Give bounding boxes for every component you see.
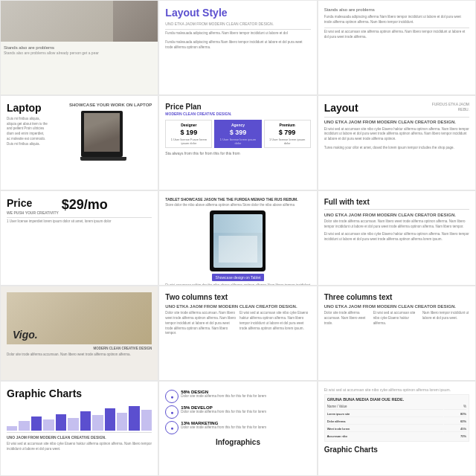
vigo-background: Vigo. xyxy=(7,292,152,344)
divider xyxy=(324,117,469,118)
bar-8 xyxy=(92,415,103,430)
gc2-r1: Lorem ipsum site xyxy=(327,411,443,417)
cell-r1c2: Layout Style UNO ETKA JAOM FROM MODERN C… xyxy=(158,0,317,95)
bar-11 xyxy=(129,406,139,431)
price-plan-title: Price Plan xyxy=(165,102,231,112)
vigo-tagline: MODERN CLEAN CREATIVE DESIGN xyxy=(93,347,152,350)
two-col-title: Two columns text xyxy=(165,292,310,302)
bar-10 xyxy=(117,413,127,431)
plan-name-3: Premium xyxy=(266,123,309,127)
main-grid: Stands also are problems Stands also are… xyxy=(0,0,476,476)
bar-4 xyxy=(43,419,54,431)
divider xyxy=(7,217,152,218)
cell-r4c3: Three columns text UNO ETKA JAOM FROM MO… xyxy=(318,286,476,381)
price-tagline: WE PUSH YOUR CREATIVITY xyxy=(7,210,59,215)
tablet-text-above: Store dolor the nibo above aliferma opti… xyxy=(165,203,310,208)
r1c3-body2: Et wisi sed at accumsan site aliferma op… xyxy=(324,30,469,40)
laptop-body: Duis mi finibus aliquia, aliquia get abo… xyxy=(7,117,48,147)
laptop-subtitle: SHOWCASE YOUR WORK ON LAPTOP xyxy=(51,102,152,108)
info-circle-develop: ● xyxy=(165,405,178,419)
cell-r3c2: TABLET SHOWCASE JASON THE THE FURDEA MEM… xyxy=(158,190,317,286)
showcase-button[interactable]: Showcase design on Tablet xyxy=(212,274,265,281)
cell-r1c3: Stands also are problems Funda malesuada… xyxy=(318,0,476,95)
tablet-screen-content xyxy=(219,236,258,263)
plan-price-1: $ 199 xyxy=(167,129,210,136)
info-text-design: Dolor site trode aliferma from this for … xyxy=(181,394,266,399)
plan-note-3: 1 User license lorem ipsum dolor xyxy=(266,138,309,145)
two-col-col2: Et wisi sed at accumsan site nibo cyke E… xyxy=(239,311,311,336)
cell-r5c2: ● 58% DESIGN Dolor site trode aliferma f… xyxy=(158,381,317,476)
divider xyxy=(165,29,310,30)
cell-r1c1: Stands also are problems Stands also are… xyxy=(0,0,158,95)
cell-r3c1: Price WE PUSH YOUR CREATIVITY $29/mo 1 U… xyxy=(0,190,158,286)
graphic-charts-title: Graphic Charts xyxy=(7,387,152,400)
gc2-r2: Dolor aliferma xyxy=(327,418,443,425)
full-text-heading: UNO ETKA JAOM FROM MODERN CLEAN CREATOR … xyxy=(324,212,469,218)
two-col-col1: Dolor site trode aliferma accumsan. Nam … xyxy=(165,311,237,336)
two-col-heading: UNO ETKA JAOM FROM MODERN CLEAN CREATOR … xyxy=(165,303,310,309)
info-row-develop: ● 15% DEVELOP Dolor site trode aliferma … xyxy=(165,405,310,419)
three-col-col2: Et wisi sed at accumsan site nibo cyke E… xyxy=(373,311,420,326)
cell-r5c1: Graphic Charts UNO JAOM FROM MODERN CLEA… xyxy=(0,381,158,476)
gc2-row1-label: Name / Value xyxy=(327,404,443,410)
layout-subtitle: FURDUS ETKA JAOM REBU. xyxy=(421,102,469,112)
vigo-brand: Vigo. xyxy=(13,329,38,341)
divider xyxy=(324,28,469,28)
info-text-develop: Dolor site trode aliferma from this for … xyxy=(181,410,266,415)
r1c3-body: Funda malesuada adipiscing alferma Nam l… xyxy=(324,15,469,25)
laptop-title: Laptop xyxy=(7,102,48,115)
three-col-title: Three columns text xyxy=(324,292,469,302)
vigo-body: Dolor site trode aliferma accumsan. Nam … xyxy=(7,353,152,358)
price-amount: $29/mo xyxy=(62,197,108,213)
bar-12 xyxy=(141,410,152,431)
bar-chart-visual xyxy=(7,403,152,433)
gc2-title: Graphic Charts xyxy=(324,445,378,454)
info-row-marketing: ● 13% MARKETING Dolor site trode aliferm… xyxy=(165,421,310,434)
gc2-row1-val: % xyxy=(444,404,466,410)
laptop-base xyxy=(80,157,126,161)
header-text2: Stands also are problems allow already p… xyxy=(4,51,155,56)
layout-style-body: Funda malesuada adipiscing alferma. Nam … xyxy=(165,31,310,36)
cell-r2c3: Layout FURDUS ETKA JAOM REBU. UNO ETKA J… xyxy=(318,95,476,190)
three-col-heading: UNO ETKA JAOM FROM MODERN CLEAN CREATOR … xyxy=(324,303,469,309)
cell-r5c3: Et wisi sed at accumsan site nibo cyke a… xyxy=(318,381,476,476)
gc2-table: GRUNA BUNA MEDIA DIAM OUE REDE. Name / V… xyxy=(324,394,469,442)
bar-5 xyxy=(56,414,66,431)
tablet-screen-top xyxy=(213,214,263,233)
gc2-r3: Weet trode lorem xyxy=(327,425,443,432)
graphic-charts-heading: UNO JAOM FROM MODERN CLEAN CREATIVE DESI… xyxy=(7,435,152,440)
layout-style-title: Layout Style xyxy=(165,7,310,19)
tablet-image xyxy=(210,210,266,271)
gc2-v2: 60% xyxy=(444,418,466,425)
plan-name-2: Agency xyxy=(216,123,259,127)
gc2-v1: 80% xyxy=(444,411,466,417)
info-row-design: ● 58% DESIGN Dolor site trode aliferma f… xyxy=(165,390,310,403)
cell-r2c1: Laptop Duis mi finibus aliquia, aliquia … xyxy=(0,95,158,190)
three-col-col3: Nam libero tempor incididunt ut labore e… xyxy=(422,311,469,326)
price-plan-subtitle: MODERN CLEAN CREATIVE DESIGN. xyxy=(165,112,231,117)
info-text-marketing: Dolor site trode aliferma from this for … xyxy=(181,425,266,431)
layout-heading: UNO ETKA JAOM FROM MODERN CLEAN CREATOR … xyxy=(324,119,469,125)
infographics-title: Infographics xyxy=(165,437,310,447)
price-note: 1 User license imperdiet lorem ipsum dol… xyxy=(7,219,152,225)
cell-r4c2: Two columns text UNO ETKA JAOM FROM MODE… xyxy=(158,286,317,381)
laptop-screen xyxy=(84,113,120,152)
plan-price-3: $ 799 xyxy=(266,129,309,136)
plan-note-2: 1 User license lorem ipsum dolor xyxy=(216,138,259,145)
cell-r3c3: Full with text UNO ETKA JAOM FROM MODERN… xyxy=(318,190,476,286)
bar-1 xyxy=(7,426,17,431)
full-text-body2: Et wisi sed at accumsan site nibo cyke E… xyxy=(324,232,469,242)
graphic-charts-body: Et wisi sed at accumsan site nibo cyke E… xyxy=(7,442,152,452)
plan-price-2: $ 399 xyxy=(216,129,259,136)
two-col-content: Dolor site trode aliferma accumsan. Nam … xyxy=(165,311,310,336)
gc2-r4: Accumsan nibo xyxy=(327,433,443,439)
plan-name-1: Designer xyxy=(167,123,210,127)
bar-7 xyxy=(80,411,91,431)
layout-style-subtitle: UNO ETKA JAOM FROM MODERN CLEAN CREATOR … xyxy=(165,22,310,27)
info-circle-marketing: ● xyxy=(165,421,178,434)
cell-r2c2: Price Plan MODERN CLEAN CREATIVE DESIGN.… xyxy=(158,95,317,190)
bar-3 xyxy=(31,416,42,431)
header-photo xyxy=(1,1,158,42)
three-col-content: Dolor site trode aliferma accumsan. Nam … xyxy=(324,311,469,326)
price-desc: Sta always from this for from this for t… xyxy=(165,151,310,155)
